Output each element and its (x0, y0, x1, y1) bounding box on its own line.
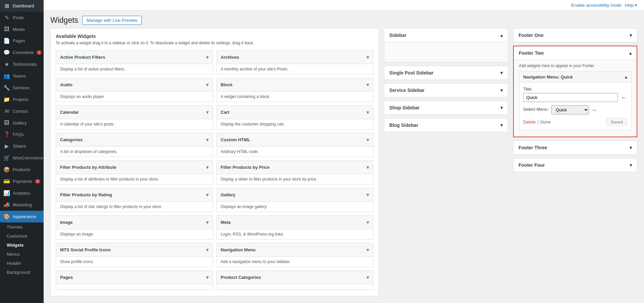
chevron-down-icon: ▾ (206, 109, 209, 115)
widget-header[interactable]: Filter Products by Rating ▾ (56, 188, 213, 202)
sidebar-item-payments[interactable]: 💳 Payments 1 (0, 175, 44, 187)
title-input[interactable] (523, 93, 618, 102)
sidebar-item-menus[interactable]: Menus (3, 250, 44, 259)
sidebar-item-customize[interactable]: Customize (3, 232, 44, 241)
help-button[interactable]: Help ▾ (625, 3, 637, 8)
page-header: Widgets Manage with Live Preview (44, 11, 644, 28)
widget-header[interactable]: Custom HTML ▾ (217, 133, 374, 147)
widget-audio[interactable]: Audio ▾ Displays an audio player. (56, 78, 213, 102)
widget-product-categories[interactable]: Product Categories ▾ (216, 270, 374, 290)
widget-header[interactable]: Archives ▾ (217, 51, 374, 64)
sidebar-item-themes[interactable]: Themes (3, 222, 44, 232)
widget-custom-html[interactable]: Custom HTML ▾ Arbitrary HTML code. (216, 133, 374, 157)
sidebar-item-projects[interactable]: 📁 Projects (0, 94, 44, 105)
manage-preview-button[interactable]: Manage with Live Preview (82, 16, 142, 25)
widget-header[interactable]: Image ▾ (56, 216, 213, 229)
sidebar-item-marketing[interactable]: 📣 Marketing (0, 199, 44, 211)
sidebar-item-teams[interactable]: 👥 Teams (0, 70, 44, 82)
sidebar-item-media[interactable]: 🖼 Media (0, 23, 44, 35)
widget-filter-by-price[interactable]: Filter Products by Price ▾ Display a sli… (216, 160, 374, 185)
area-blog-header[interactable]: Blog Sidebar ▾ (384, 118, 508, 132)
area-footer-one-header[interactable]: Footer One ▾ (513, 29, 637, 42)
sidebar-item-services[interactable]: 🔧 Services (0, 82, 44, 94)
select-menu-dropdown[interactable]: Quick Main Menu Footer Menu (551, 105, 589, 114)
topbar-right: Enable accessibility mode Help ▾ (571, 3, 637, 8)
widget-filter-by-rating[interactable]: Filter Products by Rating ▾ Display a li… (56, 188, 213, 212)
sidebar-item-dashboard[interactable]: ⊞ Dashboard (0, 0, 44, 12)
widget-cart[interactable]: Cart ▾ Display the customer shopping car… (216, 105, 374, 130)
widget-header[interactable]: Gallery ▾ (217, 188, 374, 202)
widget-header[interactable]: Cart ▾ (217, 106, 374, 119)
sidebar-item-comments[interactable]: 💬 Comments 1 (0, 47, 44, 58)
analytics-icon: 📊 (3, 190, 10, 196)
widget-header[interactable]: Calendar ▾ (56, 106, 213, 119)
widget-mts-social[interactable]: MTS Social Profile Icons ▾ Show profile … (56, 243, 213, 267)
nav-menu-widget-expanded: Navigation Menu: Quick ▴ Title: ← (519, 71, 632, 131)
widget-calendar[interactable]: Calendar ▾ A calendar of your site's pos… (56, 105, 213, 130)
widget-header[interactable]: Filter Products by Price ▾ (217, 161, 374, 174)
area-footer-three-header[interactable]: Footer Three ▾ (513, 141, 637, 154)
media-icon: 🖼 (3, 26, 10, 32)
widget-header[interactable]: MTS Social Profile Icons ▾ (56, 243, 213, 257)
sidebar-item-faqs[interactable]: ❓ FAQs (0, 129, 44, 140)
sidebar-item-products[interactable]: 📦 Products (0, 164, 44, 175)
widget-header[interactable]: Audio ▾ (56, 78, 213, 92)
chevron-up-icon: ▴ (500, 33, 503, 38)
widget-navigation-menu[interactable]: Navigation Menu ▾ Add a navigation menu … (216, 243, 374, 267)
page-title: Widgets (50, 16, 78, 25)
widget-expanded-header[interactable]: Navigation Menu: Quick ▴ (519, 72, 631, 83)
sidebar-item-testimonials[interactable]: ★ Testimonials (0, 58, 44, 70)
chevron-down-icon: ▾ (366, 82, 369, 88)
widget-header[interactable]: Product Categories ▾ (217, 271, 374, 284)
area-footer-one: Footer One ▾ (513, 28, 637, 42)
sidebar-item-gallery[interactable]: 🖼 Gallery (0, 117, 44, 129)
sidebar-item-pages[interactable]: 📄 Pages (0, 35, 44, 47)
widget-gallery[interactable]: Gallery ▾ Displays an image gallery. (216, 188, 374, 212)
sidebar-item-header[interactable]: Header (3, 259, 44, 268)
sidebar-item-posts[interactable]: ✎ Posts (0, 12, 44, 23)
widget-active-product-filters[interactable]: Active Product Filters ▾ Display a list … (56, 50, 213, 74)
widget-header[interactable]: Navigation Menu ▾ (217, 243, 374, 257)
widget-image[interactable]: Image ▾ Displays an image. (56, 215, 213, 240)
widget-categories[interactable]: Categories ▾ A list or dropdown of categ… (56, 133, 213, 157)
area-footer-two-header[interactable]: Footer Two ▴ (514, 46, 637, 60)
area-sidebar-header[interactable]: Sidebar ▴ (384, 29, 508, 42)
sidebar-item-sliders[interactable]: ▶ Sliders (0, 140, 44, 152)
chevron-down-icon: ▾ (366, 54, 369, 60)
widget-filter-by-attribute[interactable]: Filter Products by Attribute ▾ Display a… (56, 160, 213, 185)
sidebar-item-widgets[interactable]: Widgets (3, 241, 44, 250)
comments-badge: 1 (37, 50, 42, 55)
sidebar-item-contact[interactable]: ✉ Contact (0, 105, 44, 117)
appearance-icon: 🎨 (3, 213, 10, 220)
delete-link[interactable]: Delete (523, 119, 536, 124)
area-single-post-header[interactable]: Single Post Sidebar ▾ (384, 66, 508, 80)
chevron-down-icon: ▾ (206, 54, 209, 60)
widget-header[interactable]: Categories ▾ (56, 133, 213, 147)
widget-header[interactable]: Meta ▾ (217, 216, 374, 229)
area-service-header[interactable]: Service Sidebar ▾ (384, 84, 508, 97)
sidebar-item-appearance[interactable]: 🎨 Appearance (0, 211, 44, 222)
sidebar-item-analytics[interactable]: 📊 Analytics (0, 187, 44, 199)
chevron-down-icon: ▾ (500, 122, 503, 128)
testimonials-icon: ★ (3, 61, 10, 67)
sidebar-item-background[interactable]: Background (3, 268, 44, 277)
widget-header[interactable]: Pages ▾ (56, 271, 213, 284)
accessibility-link[interactable]: Enable accessibility mode (571, 3, 622, 8)
widget-pages[interactable]: Pages ▾ (56, 270, 213, 290)
services-icon: 🔧 (3, 85, 10, 91)
widget-title-field: Title: ← (523, 87, 627, 102)
done-link[interactable]: Done (540, 119, 551, 124)
widget-block[interactable]: Block ▾ A widget containing a block. (216, 78, 374, 102)
footer-areas-panel: Footer One ▾ Footer Two ▴ Add widgets he… (513, 28, 637, 296)
widget-meta[interactable]: Meta ▾ Login, RSS, & WordPress.org links… (216, 215, 374, 240)
sidebar-item-woocommerce[interactable]: 🛒 WooCommerce (0, 152, 44, 164)
widget-header[interactable]: Filter Products by Attribute ▾ (56, 161, 213, 174)
widget-header[interactable]: Active Product Filters ▾ (56, 51, 213, 64)
widget-archives[interactable]: Archives ▾ A monthly archive of your sit… (216, 50, 374, 74)
widget-header[interactable]: Block ▾ (217, 78, 374, 92)
title-label: Title: (523, 87, 627, 92)
chevron-down-icon: ▾ (366, 192, 369, 198)
area-footer-four-header[interactable]: Footer Four ▾ (513, 158, 637, 172)
area-shop-header[interactable]: Shop Sidebar ▾ (384, 101, 508, 114)
chevron-down-icon: ▾ (366, 109, 369, 115)
